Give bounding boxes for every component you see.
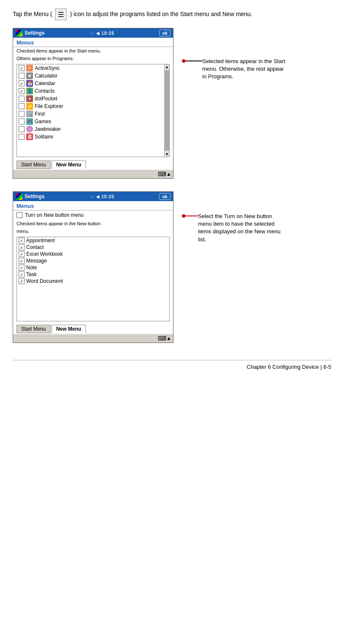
list-item[interactable]: 🔍 Find (17, 110, 169, 118)
tabs-1: Start Menu New Menu (13, 159, 173, 169)
checkbox-fileexplorer[interactable] (19, 103, 25, 109)
checkbox-find[interactable] (19, 111, 25, 117)
checkbox-jawbreaker[interactable] (19, 126, 25, 132)
list-item[interactable]: 👤 Contacts (17, 87, 169, 95)
item-label-jawbreaker: Jawbreaker (35, 126, 61, 132)
item-label-excel-workbook: Excel Workbook (26, 251, 63, 257)
list-item[interactable]: 🖩 Calculator (17, 72, 169, 80)
checkbox-task[interactable] (19, 271, 25, 277)
checkbox-contact[interactable] (19, 244, 25, 250)
dotpocket-icon: ● (26, 95, 33, 102)
page-content: Tap the Menu ( ☰ ) icon to adjust the pr… (0, 0, 344, 387)
scroll-arrow-bottom-1[interactable]: ▲ (166, 171, 171, 177)
calculator-icon: 🖩 (26, 72, 33, 79)
list-item[interactable]: Task (17, 271, 169, 278)
ok-button-1[interactable]: ok (159, 30, 171, 36)
list-item[interactable]: ● dotPocket (17, 95, 169, 102)
checkbox-solitaire[interactable] (19, 134, 25, 140)
menus-header-1: Menus (13, 38, 173, 47)
checkbox-calendar[interactable] (19, 80, 25, 86)
subtitle2-2: menu. (13, 227, 173, 235)
checkbox-dotpocket[interactable] (19, 96, 25, 102)
checkbox-note[interactable] (19, 265, 25, 271)
checkbox-turn-on[interactable] (17, 212, 22, 218)
list-item[interactable]: Contact (17, 244, 169, 251)
tab-start-menu-2[interactable]: Start Menu (17, 325, 51, 333)
bottom-bar-2: ⌨ ▲ (13, 334, 173, 343)
item-label-find: Find (35, 111, 44, 117)
scrollbar-1[interactable]: ▲ ▼ (164, 64, 169, 157)
item-label-appointment: Appointment (26, 238, 55, 243)
jawbreaker-icon: ○ (26, 126, 33, 133)
titlebar-left-1: Settings (16, 30, 44, 36)
list-item[interactable]: ○ Jawbreaker (17, 125, 169, 133)
scrollbar-up-arrow[interactable]: ▲ (165, 64, 169, 69)
checkbox-message[interactable] (19, 258, 25, 264)
subtitle2-1: Others appear in Programs. (13, 55, 173, 62)
checkbox-word-document[interactable] (19, 278, 25, 284)
bottom-bar-1: ⌨ ▲ (13, 170, 173, 178)
list-item[interactable]: 📁 File Explorer (17, 102, 169, 110)
keyboard-icon-1[interactable]: ⌨ (158, 171, 166, 177)
item-label-games: Games (35, 119, 51, 124)
checkbox-calculator[interactable] (19, 73, 25, 79)
device-screen-2: Settings ↑↓ ◀ 10:25 ok Menus Turn on New… (13, 191, 173, 343)
scrollbar-thumb-1[interactable] (165, 70, 169, 151)
scroll-arrow-bottom-2[interactable]: ▲ (166, 335, 171, 341)
windows-flag-icon-2 (16, 193, 22, 200)
keyboard-icon-2[interactable]: ⌨ (158, 335, 166, 342)
items-list-2: Appointment Contact Excel Workbook Messa… (17, 237, 170, 321)
checkbox-games[interactable] (19, 119, 25, 124)
annotation-dot-2 (182, 214, 185, 218)
item-label-note: Note (26, 265, 37, 271)
annotation-connector-1 (185, 61, 202, 61)
app-title-1: Settings (25, 30, 44, 36)
list-item[interactable]: ⟳ ActiveSync (17, 64, 169, 72)
list-item[interactable]: Note (17, 264, 169, 271)
checkbox-contacts[interactable] (19, 88, 25, 94)
item-label-contact: Contact (26, 244, 44, 250)
windows-flag-icon (16, 30, 22, 36)
titlebar-2: Settings ↑↓ ◀ 10:25 ok (13, 192, 173, 201)
item-label-solitaire: Solitaire (35, 134, 53, 140)
list-item[interactable]: 📅 Calendar (17, 80, 169, 87)
subtitle1-1: Checked items appear in the Start menu. (13, 47, 173, 55)
screenshot-section-1: Settings ↑↓ ◀ 10:25 ok Menus Checked ite… (13, 28, 331, 179)
device-screen-1: Settings ↑↓ ◀ 10:25 ok Menus Checked ite… (13, 28, 173, 179)
checkbox-activesync[interactable] (19, 65, 25, 71)
list-item[interactable]: Message (17, 257, 169, 264)
annotation-connector-2 (185, 216, 198, 216)
item-label-activesync: ActiveSync (35, 65, 60, 71)
solitaire-icon: 🃏 (26, 133, 33, 140)
titlebar-1: Settings ↑↓ ◀ 10:25 ok (13, 28, 173, 38)
turn-on-label: Turn on New button menu (25, 212, 83, 218)
subtitle1-2: Checked items appear in the New button (13, 220, 173, 227)
scrollbar-down-arrow[interactable]: ▼ (165, 152, 169, 157)
item-label-task: Task (26, 271, 37, 277)
list-item[interactable]: 🃏 Solitaire (17, 133, 169, 141)
tab-new-menu-2[interactable]: New Menu (52, 325, 86, 333)
checkbox-appointment[interactable] (19, 238, 25, 243)
fileexplorer-icon: 📁 (26, 103, 33, 110)
intro-paragraph: Tap the Menu ( ☰ ) icon to adjust the pr… (13, 8, 331, 20)
item-label-word-document: Word Document (26, 278, 63, 284)
item-label-calendar: Calendar (35, 80, 55, 86)
turn-on-row: Turn on New button menu (13, 210, 173, 220)
tabs-2: Start Menu New Menu (13, 323, 173, 333)
activesync-icon: ⟳ (26, 65, 33, 72)
tab-new-menu-1[interactable]: New Menu (52, 160, 86, 169)
list-item[interactable]: Appointment (17, 237, 169, 244)
tab-start-menu-1[interactable]: Start Menu (17, 160, 51, 169)
list-item[interactable]: Excel Workbook (17, 251, 169, 257)
intro-text-after: ) icon to adjust the programs listed on … (70, 11, 252, 17)
list-item[interactable]: Word Document (17, 278, 169, 285)
games-icon: 🎮 (26, 118, 33, 125)
item-label-dotpocket: dotPocket (35, 96, 57, 102)
ok-button-2[interactable]: ok (159, 193, 171, 200)
checkbox-excel-workbook[interactable] (19, 251, 25, 257)
intro-text-before: Tap the Menu ( (13, 11, 52, 17)
items-list-1: ⟳ ActiveSync 🖩 Calculator 📅 Calendar 👤 C (17, 64, 170, 157)
calendar-icon: 📅 (26, 80, 33, 87)
signal-icons-2: ↑↓ ◀ 10:25 (89, 194, 114, 199)
list-item[interactable]: 🎮 Games (17, 118, 169, 125)
